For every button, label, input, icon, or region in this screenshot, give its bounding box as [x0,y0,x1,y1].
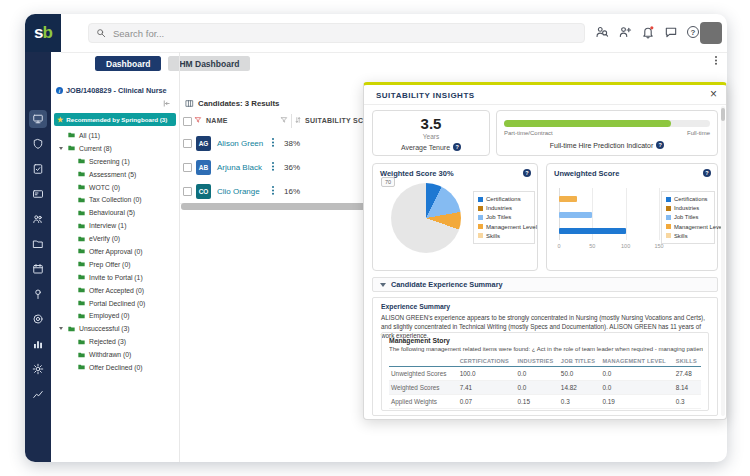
app-logo[interactable]: s b [25,14,61,52]
sort-icon[interactable] [294,116,302,124]
score-cell: 0.0 [600,381,673,395]
folder-icon[interactable] [29,235,47,253]
monitor-icon[interactable] [29,110,47,128]
tree-item-label: Invite to Portal (1) [89,274,143,281]
legend-swatch [666,215,671,220]
folder-icon [77,170,86,178]
x-tick-label: 100 [621,243,630,249]
legend-swatch [478,215,483,220]
bar-chart-icon[interactable] [29,335,47,353]
folder-icon [77,351,86,359]
scrollbar-thumb[interactable] [721,108,725,121]
recommended-banner[interactable]: Recommended by Springboard (3) [54,113,176,126]
name-filter-icon[interactable] [194,116,202,124]
score-cell: 100.0 [458,367,516,381]
chevron-down-icon[interactable] [59,147,63,150]
tree-item-invite-to-portal-1[interactable]: Invite to Portal (1) [57,271,178,284]
name-column-header[interactable]: NAME [206,117,228,124]
candidate-name-link[interactable]: Clio Orange [217,187,260,196]
tree-item-assessment-5[interactable]: Assessment (5) [57,168,178,181]
help-icon[interactable] [656,141,664,149]
tree-item-tax-collection-0[interactable]: Tax Collection (0) [57,193,178,206]
score-cell: 14.82 [559,381,601,395]
search-input[interactable] [111,27,577,40]
weighted-score-card: Weighted Score 30% 70 CertificationsIndu… [372,163,538,271]
calendar-icon[interactable] [29,260,47,278]
collapse-panel-icon[interactable] [162,99,171,108]
vertical-scrollbar[interactable] [721,106,725,416]
score-cell: 7.41 [458,381,516,395]
legend-swatch [666,224,671,229]
help-icon[interactable] [687,26,699,38]
tree-item-interview-1[interactable]: Interview (1) [57,219,178,232]
row-menu-icon[interactable] [272,186,274,188]
tree-item-label: All (11) [79,132,100,139]
tenure-label: Average Tenure [401,144,450,151]
bell-icon[interactable] [641,25,655,39]
row-menu-icon[interactable] [272,138,274,140]
row-checkbox[interactable] [183,139,192,148]
job-panel: JOB/1408829 - Clinical Nurse Recommended… [51,52,180,462]
filter-icon[interactable] [280,116,288,124]
tree-item-everify-0[interactable]: eVerify (0) [57,232,178,245]
row-menu-icon[interactable] [272,162,274,164]
chat-icon[interactable] [664,25,678,39]
pin-icon[interactable] [29,285,47,303]
close-icon[interactable] [710,87,717,101]
row-checkbox[interactable] [183,163,192,172]
table-column-header: JOB TITLES [559,356,601,367]
tree-item-behavioural-5[interactable]: Behavioural (5) [57,206,178,219]
section-title: Candidate Experience Summary [391,280,503,289]
line-chart-icon[interactable] [29,385,47,403]
candidate-name-link[interactable]: Alison Green [217,139,263,148]
score-cell: 50.0 [559,367,601,381]
id-card-icon[interactable] [29,185,47,203]
tree-item-rejected-3[interactable]: Rejected (3) [57,335,178,348]
select-all-checkbox[interactable] [183,117,192,126]
columns-icon[interactable] [185,99,194,108]
gear-icon[interactable] [29,360,47,378]
tree-item-withdrawn-0[interactable]: Withdrawn (0) [57,348,178,361]
tree-item-wotc-0[interactable]: WOTC (0) [57,181,178,194]
tree-item-label: Behavioural (5) [89,209,135,216]
experience-summary-section[interactable]: Candidate Experience Summary [372,277,718,292]
search-bar[interactable] [88,23,585,43]
management-story-box: Management Story The following managemen… [381,332,709,411]
tree-item-all-11[interactable]: All (11) [57,129,178,142]
folder-icon [77,247,86,255]
tree-item-employed-0[interactable]: Employed (0) [57,309,178,322]
prediction-left-label: Part-time/Contract [504,130,553,136]
tree-item-offer-accepted-0[interactable]: Offer Accepted (0) [57,284,178,297]
row-label: Unweighted Scores [389,367,458,381]
task-check-icon[interactable] [29,160,47,178]
help-icon[interactable] [453,143,461,151]
tree-item-unsuccessful-3[interactable]: Unsuccessful (3) [57,322,178,335]
score-cell: 0.0 [516,381,559,395]
shield-icon[interactable] [29,135,47,153]
avatar: CO [196,184,211,199]
table-column-header: INDUSTRIES [516,356,559,367]
help-icon[interactable] [523,169,531,177]
tree-item-portal-declined-0[interactable]: Portal Declined (0) [57,297,178,310]
tree-item-label: Assessment (5) [89,171,136,178]
candidates-header: Candidates: 3 Results [185,99,279,108]
target-icon[interactable] [29,310,47,328]
user-search-icon[interactable] [595,25,609,39]
table-row: Unweighted Scores100.00.050.00.027.48 [389,367,701,381]
candidate-name-link[interactable]: Arjuna Black [217,163,262,172]
legend-swatch [666,233,671,238]
chevron-down-icon[interactable] [59,327,63,330]
user-add-icon[interactable] [618,25,632,39]
tree-item-offer-declined-0[interactable]: Offer Declined (0) [57,361,178,374]
tree-item-current-8[interactable]: Current (8) [57,142,178,155]
help-icon[interactable] [703,169,711,177]
user-avatar[interactable] [700,22,722,44]
tree-item-screening-1[interactable]: Screening (1) [57,155,178,168]
pie-tooltip: 70 [381,177,395,187]
folder-icon [77,312,86,320]
tree-item-offer-approval-0[interactable]: Offer Approval (0) [57,245,178,258]
weighted-score-pie [391,183,461,253]
tree-item-prep-offer-0[interactable]: Prep Offer (0) [57,258,178,271]
people-icon[interactable] [29,210,47,228]
row-checkbox[interactable] [183,187,192,196]
